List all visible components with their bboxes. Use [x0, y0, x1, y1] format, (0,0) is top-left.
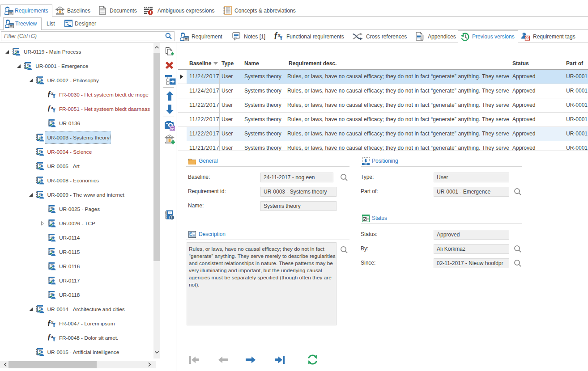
svg-text:A: A — [190, 232, 192, 236]
svg-text:ƒ: ƒ — [274, 32, 278, 40]
